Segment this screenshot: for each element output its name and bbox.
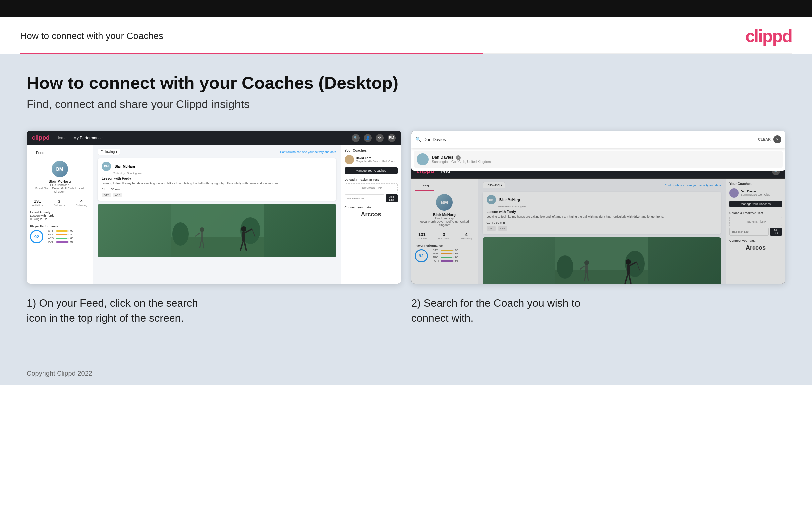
following-row-right: Following ▾ Control who can see your act… [483, 182, 721, 188]
trackman-input-left[interactable] [345, 194, 384, 202]
coach-name-left: David Ford [356, 156, 394, 160]
profile-location: Royal North Devon Golf Club, United King… [30, 186, 89, 193]
step2-caption: 2) Search for the Coach you wish toconne… [412, 284, 786, 326]
stat-following-num: 4 [76, 199, 87, 204]
latest-activity-date: 03 Aug 2022 [30, 217, 89, 220]
post-text: Looking to feel like my hands are exitin… [102, 181, 332, 186]
stat-activities: 131 Activities [32, 199, 43, 207]
post-header: BM Blair McHarg Yesterday · Sunningdale [102, 162, 332, 175]
main-content: How to connect with your Coaches (Deskto… [0, 53, 812, 385]
settings-icon[interactable]: ⚙ [376, 134, 384, 142]
feed-tab-right: Feed [416, 182, 434, 190]
result-pro-badge: ✓ [456, 155, 461, 160]
svg-point-17 [557, 255, 573, 279]
post-sub-right: Yesterday · Sunningdale [487, 205, 717, 208]
app-body-right: Feed BM Blair McHarg Plus Handicap Royal… [412, 179, 786, 284]
result-info: Dan Davies ✓ Sunningdale Golf Club, Unit… [432, 155, 491, 164]
stat-followers-num: 3 [53, 199, 65, 204]
latest-activity-val: Lesson with Fordy [30, 214, 89, 217]
footer-copyright: Copyright Clippd 2022 [27, 370, 92, 377]
following-row: Following ▾ Control who can see your act… [98, 149, 336, 155]
app-nav-left: clippd Home My Performance 🔍 👤 ⚙ BM [27, 131, 401, 145]
post-card: BM Blair McHarg Yesterday · Sunningdale … [98, 158, 336, 201]
add-link-btn-right[interactable]: Add Link [770, 227, 782, 236]
perf-title: Player Performance [30, 224, 89, 228]
trackman-input-right[interactable] [729, 227, 769, 236]
step1-caption: 1) On your Feed, click on the searchicon… [27, 284, 401, 326]
close-btn[interactable]: × [773, 135, 781, 143]
post-avatar: BM [102, 162, 111, 171]
search-input-fake[interactable]: Dan Davies [424, 137, 756, 142]
post-card-right: BM Blair McHarg Yesterday · Sunningdale … [483, 192, 721, 234]
add-link-btn-left[interactable]: Add Link [386, 194, 397, 202]
manage-coaches-btn-left[interactable]: Manage Your Coaches [345, 167, 397, 174]
footer: Copyright Clippd 2022 [0, 362, 812, 385]
coach-avatar-right [729, 188, 738, 198]
profile-location-right: Royal North Devon Golf Club, United King… [415, 220, 474, 226]
nav-icons: 🔍 👤 ⚙ BM [352, 134, 395, 142]
search-result-item[interactable]: Dan Davies ✓ Sunningdale Golf Club, Unit… [414, 151, 783, 168]
post-duration: 01 hr : 30 min [102, 187, 332, 191]
stat-followers-label: Followers [53, 204, 65, 207]
photo-area [98, 204, 336, 257]
coaches-title-left: Your Coaches [345, 149, 397, 153]
header-title: How to connect with your Coaches [20, 31, 163, 41]
connect-section-left: Connect your data Arccos [345, 206, 397, 218]
svg-rect-11 [201, 232, 203, 240]
control-link-right: Control who can see your activity and da… [664, 184, 721, 187]
search-icon[interactable]: 🔍 [352, 134, 360, 142]
upload-title-left: Upload a Trackman Test [345, 178, 397, 181]
golf-scene-svg-right [555, 237, 648, 284]
profile-sub: Plus Handicap [30, 183, 89, 186]
post-tags: OTT APP [102, 193, 332, 197]
trackman-input-row-left: Add Link [345, 194, 397, 202]
svg-point-2 [172, 222, 189, 246]
stat-activities-label: Activities [32, 204, 43, 207]
stats-row-right: 131 Activities 3 Followers 4 Following [412, 230, 478, 242]
performance-section-right: Player Performance 92 OTT 90 [412, 242, 478, 265]
performance-section: Player Performance 92 OTT 90 [27, 222, 93, 246]
svg-point-4 [241, 226, 246, 231]
control-link[interactable]: Control who can see your activity and da… [280, 151, 336, 154]
post-tags-right: OTT APP [487, 226, 717, 230]
arccos-logo-left: Arccos [345, 211, 397, 218]
post-title-right: Lesson with Fordy [487, 210, 717, 214]
feed-panel-right: Feed BM Blair McHarg Plus Handicap Royal… [412, 179, 478, 284]
profile-name-right: Blair McHarg [415, 213, 474, 217]
quality-score: 92 [30, 230, 43, 243]
perf-bars: OTT 90 APP 85 [48, 229, 74, 244]
stat-followers: 3 Followers [53, 199, 65, 207]
profile-name: Blair McHarg [30, 179, 89, 183]
svg-point-25 [584, 260, 589, 265]
svg-point-10 [200, 227, 204, 232]
following-button-right: Following ▾ [483, 182, 505, 188]
connect-title-right: Connect your data [729, 239, 782, 242]
logo: clippd [745, 26, 792, 46]
result-sub: Sunningdale Golf Club, United Kingdom [432, 160, 491, 164]
nav-item-performance[interactable]: My Performance [74, 136, 103, 140]
coach-club-right: Sunningdale Golf Club [741, 193, 770, 196]
left-screenshot-frame: clippd Home My Performance 🔍 👤 ⚙ BM [27, 131, 401, 284]
manage-coaches-btn-right[interactable]: Manage Your Coaches [729, 201, 782, 207]
svg-rect-26 [585, 265, 588, 273]
profile-avatar: BM [51, 161, 68, 177]
trackman-box-right: Trackman Link [729, 217, 782, 226]
profile-sub-right: Plus Handicap [415, 217, 474, 220]
clear-btn[interactable]: CLEAR [758, 137, 771, 141]
middle-panel: Following ▾ Control who can see your act… [93, 145, 341, 284]
page-subheading: Find, connect and share your Clippd insi… [27, 98, 785, 111]
feed-tab[interactable]: Feed [31, 149, 50, 157]
user-icon[interactable]: 👤 [364, 134, 372, 142]
upload-title-right: Upload a Trackman Test [729, 211, 782, 215]
stat-following-label: Following [76, 204, 87, 207]
avatar-icon[interactable]: BM [388, 134, 395, 142]
post-duration-right: 01 hr : 30 min [487, 221, 717, 224]
step2-text: 2) Search for the Coach you wish toconne… [412, 296, 786, 326]
nav-item-home[interactable]: Home [56, 136, 67, 140]
search-overlay: 🔍 Dan Davies CLEAR × [412, 131, 786, 148]
coach-info-left: David Ford Royal North Devon Golf Club [356, 156, 394, 163]
coach-info-right: Dan Davies Sunningdale Golf Club [741, 189, 770, 196]
profile-area-right: BM Blair McHarg Plus Handicap Royal Nort… [412, 190, 478, 230]
connect-section-right: Connect your data Arccos [729, 239, 782, 251]
following-button[interactable]: Following ▾ [98, 149, 120, 155]
